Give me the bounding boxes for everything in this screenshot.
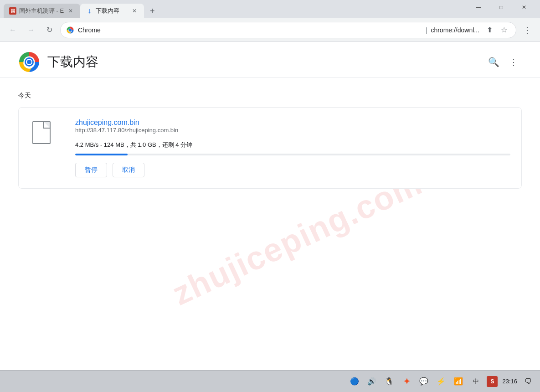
tab-group: 国 国外主机测评 - E ✕ ↓ 下载内容 ✕ + xyxy=(4,4,468,18)
omnibox-site-label: Chrome xyxy=(78,26,422,34)
figma-icon[interactable]: ✦ xyxy=(400,375,413,388)
pause-button[interactable]: 暂停 xyxy=(75,163,107,177)
tab-favicon-1: 国 xyxy=(9,7,16,15)
tab-title-1: 国外主机测评 - E xyxy=(19,7,64,15)
share-button[interactable]: ⬆ xyxy=(483,24,496,36)
download-card-icon-area xyxy=(19,108,64,188)
page-header: 下载内容 🔍 ⋮ xyxy=(0,42,540,78)
more-icon: ⋮ xyxy=(523,25,532,36)
main-content: 下载内容 🔍 ⋮ zhujiceping.com 今天 zhujiceping.… xyxy=(0,42,540,370)
chrome-logo-icon xyxy=(18,51,40,73)
title-bar: 国 国外主机测评 - E ✕ ↓ 下载内容 ✕ + — □ ✕ xyxy=(0,0,540,18)
back-button[interactable]: ← xyxy=(5,23,20,37)
close-button[interactable]: ✕ xyxy=(514,0,535,15)
bookmark-button[interactable]: ☆ xyxy=(498,24,510,36)
tab-favicon-2: ↓ xyxy=(86,7,93,15)
search-button[interactable]: 🔍 xyxy=(485,54,502,70)
page-title-area: 下载内容 xyxy=(18,51,98,73)
tab-inactive[interactable]: 国 国外主机测评 - E ✕ xyxy=(4,4,80,18)
forward-button[interactable]: → xyxy=(24,23,38,37)
svg-point-5 xyxy=(27,60,31,64)
maximize-button[interactable]: □ xyxy=(491,0,512,15)
tab-close-2[interactable]: ✕ xyxy=(130,7,139,15)
reload-button[interactable]: ↻ xyxy=(42,23,57,37)
window-controls: — □ ✕ xyxy=(468,0,536,18)
taskbar: 🔵 🔊 🐧 ✦ 💬 ⚡ 📶 中 S 23:16 🗨 xyxy=(0,370,540,392)
browser-menu-button[interactable]: ⋮ xyxy=(520,23,535,37)
wifi-icon[interactable]: 📶 xyxy=(452,375,465,388)
notification-icon[interactable]: 🗨 xyxy=(522,375,535,388)
download-url: http://38.47.117.80/zhujiceping.com.bin xyxy=(75,127,510,134)
chrome-favicon-icon xyxy=(66,26,74,34)
omnibox-actions: ⬆ ☆ xyxy=(483,24,510,36)
download-progress-text: 4.2 MB/s - 124 MB，共 1.0 GB，还剩 4 分钟 xyxy=(75,141,510,149)
forward-icon: → xyxy=(27,26,35,34)
ime-icon[interactable]: 中 xyxy=(469,375,482,388)
reload-icon: ↻ xyxy=(46,26,52,34)
charge-icon[interactable]: ⚡ xyxy=(435,375,447,388)
page-more-icon: ⋮ xyxy=(509,57,518,67)
star-icon: ☆ xyxy=(501,26,507,34)
tab-title-2: 下载内容 xyxy=(96,7,128,15)
omnibox[interactable]: Chrome | chrome://downl... ⬆ ☆ xyxy=(60,22,516,38)
header-actions: 🔍 ⋮ xyxy=(485,54,522,70)
page-title: 下载内容 xyxy=(47,53,98,71)
qq-icon[interactable]: 🐧 xyxy=(383,375,396,388)
download-card: zhujiceping.com.bin http://38.47.117.80/… xyxy=(18,107,522,189)
tab-close-1[interactable]: ✕ xyxy=(67,7,75,15)
volume-icon[interactable]: 🔊 xyxy=(365,375,378,388)
back-icon: ← xyxy=(9,26,16,34)
new-tab-button[interactable]: + xyxy=(146,5,159,17)
minimize-button[interactable]: — xyxy=(468,0,489,15)
download-card-body: zhujiceping.com.bin http://38.47.117.80/… xyxy=(64,108,521,188)
omnibox-url: chrome://downl... xyxy=(431,26,479,34)
toolbar: ← → ↻ Chrome | chrome://downl... ⬆ ☆ xyxy=(0,18,540,42)
share-icon: ⬆ xyxy=(487,26,493,34)
wechat-icon[interactable]: 💬 xyxy=(417,375,430,388)
download-filename[interactable]: zhujiceping.com.bin xyxy=(75,119,139,126)
file-icon xyxy=(32,121,51,144)
download-actions: 暂停 取消 xyxy=(75,163,510,177)
progress-bar-fill xyxy=(75,154,128,155)
progress-bar-container xyxy=(75,154,510,155)
downloads-section: zhujiceping.com 今天 zhujiceping.com.bin h… xyxy=(0,78,540,370)
taskbar-time: 23:16 xyxy=(502,378,517,385)
search-icon: 🔍 xyxy=(488,57,499,67)
svg-point-1 xyxy=(69,28,72,31)
bluetooth-icon[interactable]: 🔵 xyxy=(348,375,361,388)
section-date: 今天 xyxy=(18,92,522,100)
sougou-icon[interactable]: S xyxy=(487,376,498,387)
page-menu-button[interactable]: ⋮ xyxy=(505,54,522,70)
tab-active[interactable]: ↓ 下载内容 ✕ xyxy=(80,4,144,18)
omnibox-separator: | xyxy=(426,26,427,34)
cancel-button[interactable]: 取消 xyxy=(113,163,144,177)
